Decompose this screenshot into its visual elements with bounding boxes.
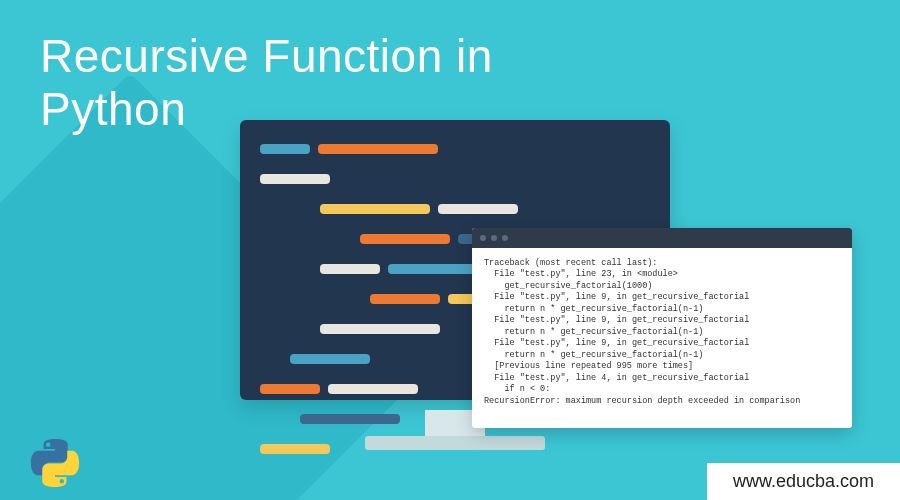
traceback-line: File "test.py", line 9, in get_recursive… [484, 292, 749, 302]
window-control-dot [491, 235, 497, 241]
traceback-line: Traceback (most recent call last): [484, 258, 657, 268]
traceback-line: File "test.py", line 4, in get_recursive… [484, 373, 749, 383]
python-icon [30, 438, 80, 488]
traceback-line: return n * get_recursive_factorial(n-1) [484, 350, 703, 360]
traceback-line: File "test.py", line 23, in <module> [484, 269, 678, 279]
traceback-line: File "test.py", line 9, in get_recursive… [484, 315, 749, 325]
traceback-line: RecursionError: maximum recursion depth … [484, 396, 800, 406]
traceback-line: return n * get_recursive_factorial(n-1) [484, 327, 703, 337]
monitor-base [365, 436, 545, 450]
banner-container: Recursive Function in Python Traceback (… [0, 0, 900, 500]
traceback-line: [Previous line repeated 995 more times] [484, 361, 693, 371]
terminal-output: Traceback (most recent call last): File … [472, 248, 852, 417]
traceback-line: File "test.py", line 9, in get_recursive… [484, 338, 749, 348]
traceback-line: get_recursive_factorial(1000) [484, 281, 652, 291]
python-logo-icon [30, 438, 80, 488]
terminal-titlebar [472, 228, 852, 248]
window-control-dot [480, 235, 486, 241]
traceback-line: return n * get_recursive_factorial(n-1) [484, 304, 703, 314]
terminal-window: Traceback (most recent call last): File … [472, 228, 852, 428]
website-url: www.educba.com [707, 463, 900, 500]
window-control-dot [502, 235, 508, 241]
title-line-1: Recursive Function in [40, 30, 493, 83]
traceback-line: if n < 0: [484, 384, 550, 394]
